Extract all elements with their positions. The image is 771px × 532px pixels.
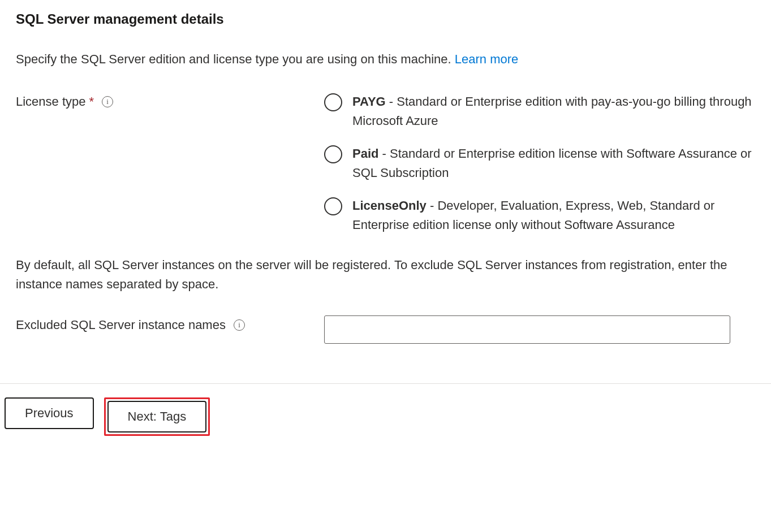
next-tags-button[interactable]: Next: Tags <box>107 401 207 432</box>
required-asterisk: * <box>89 94 94 109</box>
radio-circle-icon <box>324 93 342 111</box>
form-container: SQL Server management details Specify th… <box>0 0 771 344</box>
previous-button[interactable]: Previous <box>5 397 94 429</box>
excluded-help-text: By default, all SQL Server instances on … <box>16 256 755 294</box>
radio-circle-icon <box>324 197 342 215</box>
radio-option-licenseonly[interactable]: LicenseOnly - Developer, Evaluation, Exp… <box>324 196 755 235</box>
license-type-label: License type <box>16 94 86 109</box>
excluded-control <box>324 315 755 344</box>
radio-option-payg[interactable]: PAYG - Standard or Enterprise edition wi… <box>324 92 755 131</box>
radio-name: LicenseOnly <box>352 198 427 213</box>
radio-name: Paid <box>352 146 378 161</box>
excluded-row: Excluded SQL Server instance names i <box>16 315 755 344</box>
radio-desc: - Standard or Enterprise edition license… <box>352 146 752 180</box>
excluded-instances-input[interactable] <box>324 315 730 344</box>
section-title: SQL Server management details <box>16 11 755 27</box>
radio-desc: - Standard or Enterprise edition with pa… <box>352 94 752 128</box>
next-button-highlight: Next: Tags <box>104 397 210 436</box>
radio-label: LicenseOnly - Developer, Evaluation, Exp… <box>352 196 755 235</box>
radio-name: PAYG <box>352 94 386 109</box>
section-intro: Specify the SQL Server edition and licen… <box>16 50 755 68</box>
radio-label: PAYG - Standard or Enterprise edition wi… <box>352 92 755 131</box>
info-icon[interactable]: i <box>234 319 245 331</box>
excluded-label: Excluded SQL Server instance names <box>16 318 226 332</box>
license-type-label-col: License type * i <box>16 92 324 109</box>
radio-option-paid[interactable]: Paid - Standard or Enterprise edition li… <box>324 144 755 183</box>
radio-circle-icon <box>324 145 342 163</box>
learn-more-link[interactable]: Learn more <box>455 52 519 66</box>
license-type-options: PAYG - Standard or Enterprise edition wi… <box>324 92 755 235</box>
intro-text: Specify the SQL Server edition and licen… <box>16 52 451 66</box>
info-icon[interactable]: i <box>102 96 113 107</box>
license-type-row: License type * i PAYG - Standard or Ente… <box>16 92 755 235</box>
footer-buttons: Previous Next: Tags <box>0 384 771 456</box>
excluded-label-col: Excluded SQL Server instance names i <box>16 315 324 332</box>
radio-label: Paid - Standard or Enterprise edition li… <box>352 144 755 183</box>
